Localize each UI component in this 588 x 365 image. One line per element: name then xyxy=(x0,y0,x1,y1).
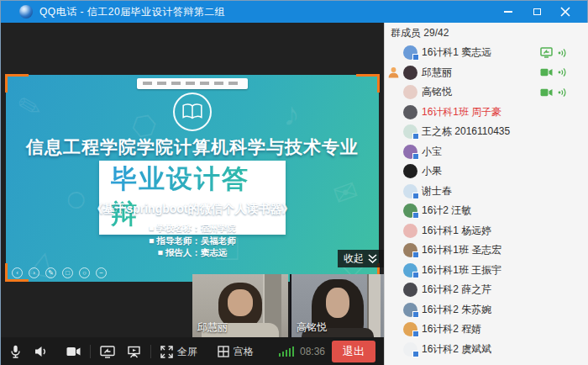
screen-share-button[interactable] xyxy=(100,346,115,358)
book-logo-icon xyxy=(173,93,212,131)
self-indicator-person-icon xyxy=(387,66,402,78)
self-indicator-person-icon xyxy=(387,106,402,118)
grid-label: 宫格 xyxy=(234,345,254,359)
call-duration: 08:36 xyxy=(300,346,325,357)
minimize-button[interactable] xyxy=(498,4,518,19)
call-toolbar: 全屏 宫格 08:36 退出 xyxy=(1,337,384,365)
share-region-corner-icon xyxy=(5,74,29,93)
member-name: 王之栋 2016110435 xyxy=(422,124,510,139)
fullscreen-label: 全屏 xyxy=(177,345,197,359)
collapse-thumbnails-button[interactable]: 收起 xyxy=(338,250,384,267)
chevron-double-down-icon xyxy=(367,254,378,264)
member-avatar xyxy=(403,204,417,218)
video-thumbnail[interactable]: 邱慧丽 xyxy=(192,274,288,337)
member-row[interactable]: 16计科1班 圣志宏 xyxy=(385,241,588,261)
member-avatar xyxy=(403,263,417,278)
grid-view-button[interactable]: 宫格 xyxy=(218,345,254,359)
member-row[interactable]: 王之栋 2016110435 xyxy=(385,122,588,142)
member-row[interactable]: 16计科1班 周子豪 xyxy=(385,103,588,123)
toolbar-divider xyxy=(150,345,151,358)
slide-tool-button[interactable]: › xyxy=(29,267,39,278)
camera-button[interactable] xyxy=(66,346,81,357)
member-row[interactable]: 16计2 汪敏 xyxy=(385,201,588,221)
self-indicator-person-icon xyxy=(387,145,402,157)
share-region-corner-icon xyxy=(356,74,380,93)
member-avatar xyxy=(403,45,417,60)
member-row[interactable]: 16计科2 虞斌斌 xyxy=(385,340,588,360)
maximize-icon xyxy=(533,8,541,15)
member-avatar xyxy=(403,322,417,336)
self-indicator-person-icon xyxy=(387,166,402,177)
member-row[interactable]: 16计科2 程婧 xyxy=(385,320,588,340)
self-indicator-person-icon xyxy=(387,225,402,236)
member-avatar xyxy=(403,124,417,139)
slide-subtitle: 《基于springboot的微信个人读书器》 xyxy=(6,202,379,217)
self-indicator-person-icon xyxy=(387,304,402,315)
member-list: 16计科1 窦志远 邱慧丽 高铭悦 xyxy=(385,43,588,359)
self-indicator-person-icon xyxy=(387,264,402,276)
participant-face xyxy=(228,289,253,316)
presenter-mini-toolbar[interactable] xyxy=(137,78,248,89)
slide-info-line: ■ 报告人：窦志远 xyxy=(6,246,379,259)
shared-slide: ✎○⬡♪✉□△◇ 信息工程学院学院计算机科学与技术专业 毕业设计答辩 《基于sp… xyxy=(6,75,379,282)
qq-call-window: QQ电话 - 信工20届毕业设计答辩第二组 ✎○⬡♪✉□△◇ 信息工程学院学院计… xyxy=(0,0,588,365)
self-indicator-person-icon xyxy=(387,284,402,296)
member-avatar xyxy=(403,85,417,99)
member-row[interactable]: 小果 xyxy=(385,161,588,182)
member-name: 小宝 xyxy=(422,145,442,159)
member-avatar xyxy=(403,243,417,257)
self-indicator-person-icon xyxy=(387,343,402,355)
slide-main-title: 毕业设计答辩 xyxy=(111,164,249,229)
member-panel: 群成员 29/42 16计科1 窦志远 邱慧丽 高铭悦 xyxy=(384,23,588,365)
slide-tool-button[interactable]: ○ xyxy=(79,267,90,278)
slide-tool-button[interactable]: □ xyxy=(62,267,73,278)
member-row[interactable]: 16计科2 朱苏婉 xyxy=(385,300,588,320)
maximize-button[interactable] xyxy=(527,4,547,19)
audio-active-status-icon xyxy=(558,67,568,77)
member-name: 16计科1班 周子豪 xyxy=(422,105,501,119)
member-row[interactable]: 高铭悦 xyxy=(385,82,588,103)
exit-call-button[interactable]: 退出 xyxy=(332,341,375,362)
slide-info-block: ■ 学校名称：宿州学院■ 指导老师：吴福老师■ 报告人：窦志远 xyxy=(6,222,379,259)
slide-tool-button[interactable]: ✎ xyxy=(45,267,56,278)
title-bar: QQ电话 - 信工20届毕业设计答辩第二组 xyxy=(1,1,587,23)
member-name: 16计科2 薛之芹 xyxy=(422,283,491,297)
member-row[interactable]: 邱慧丽 xyxy=(385,63,588,83)
video-on-status-icon xyxy=(540,68,553,77)
member-name: 16计科1 窦志远 xyxy=(422,45,491,60)
whiteboard-share-button[interactable] xyxy=(127,346,141,358)
self-indicator-person-icon xyxy=(387,324,402,336)
fullscreen-icon xyxy=(160,346,173,358)
member-row[interactable]: 谢士春 xyxy=(385,182,588,202)
mini-toolbar-items xyxy=(143,82,242,85)
member-count-header: 群成员 29/42 xyxy=(385,23,588,43)
member-avatar xyxy=(403,105,417,119)
video-participant-name: 邱慧丽 xyxy=(197,320,228,335)
microphone-button[interactable] xyxy=(9,345,22,359)
member-avatar xyxy=(403,283,417,297)
fullscreen-button[interactable]: 全屏 xyxy=(160,345,197,359)
minimize-icon xyxy=(504,11,512,13)
member-name: 16计科2 朱苏婉 xyxy=(422,303,491,317)
close-button[interactable] xyxy=(555,4,575,19)
slide-tool-button[interactable]: − xyxy=(96,267,107,278)
video-thumbnail[interactable]: 高铭悦 xyxy=(290,274,384,337)
member-row[interactable]: 16计科1 窦志远 xyxy=(385,43,588,63)
self-indicator-person-icon xyxy=(387,87,402,98)
member-row[interactable]: 16计科1班 王振宇 xyxy=(385,261,588,281)
member-avatar xyxy=(403,66,417,80)
slide-info-line: ■ 学校名称：宿州学院 xyxy=(6,222,379,235)
main-video-area: ✎○⬡♪✉□△◇ 信息工程学院学院计算机科学与技术专业 毕业设计答辩 《基于sp… xyxy=(1,23,384,365)
member-row[interactable]: 16计科2 薛之芹 xyxy=(385,280,588,300)
screen-sharing-status-icon xyxy=(540,47,553,58)
speaker-button[interactable] xyxy=(34,346,48,357)
member-row[interactable]: 小宝 xyxy=(385,142,588,162)
member-avatar xyxy=(403,184,417,198)
member-avatar xyxy=(403,224,417,238)
member-avatar xyxy=(403,342,417,357)
collapse-label: 收起 xyxy=(344,251,364,266)
qq-logo-icon xyxy=(19,5,33,19)
member-name: 16计科1班 圣志宏 xyxy=(422,243,501,257)
member-name: 小果 xyxy=(422,164,442,178)
member-row[interactable]: 16计科1 杨远婷 xyxy=(385,221,588,241)
